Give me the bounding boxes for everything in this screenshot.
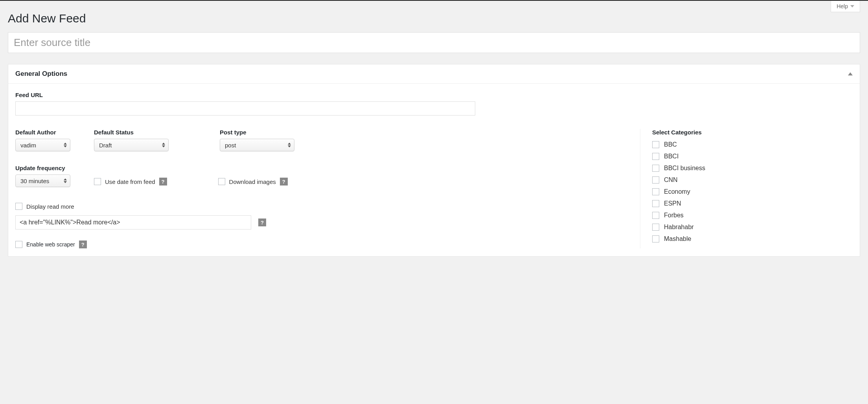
enable-web-scraper-label: Enable web scraper: [26, 241, 75, 248]
category-checkbox[interactable]: [652, 224, 659, 231]
right-column: Select Categories BBC BBCI BBCI busin: [652, 129, 853, 248]
help-label: Help: [837, 3, 848, 9]
enable-web-scraper-wrap: Enable web scraper ?: [15, 241, 632, 248]
category-item: ESPN: [652, 200, 853, 207]
row-frequency: Update frequency 30 minutes Use date fro…: [15, 165, 632, 187]
left-column: Default Author vadim Default Status Draf…: [15, 129, 640, 248]
chevron-down-icon: [850, 5, 854, 7]
default-author-select[interactable]: vadim: [15, 139, 70, 151]
category-checkbox[interactable]: [652, 176, 659, 184]
sort-icon: [64, 178, 67, 183]
category-label: BBCI business: [664, 165, 705, 172]
category-checkbox[interactable]: [652, 141, 659, 148]
feed-url-label: Feed URL: [15, 92, 853, 98]
update-frequency-value: 30 minutes: [20, 178, 49, 184]
panel-header[interactable]: General Options: [8, 64, 860, 84]
category-label: BBC: [664, 141, 677, 148]
post-type-label: Post type: [220, 129, 294, 136]
sort-icon: [64, 143, 67, 147]
update-frequency-field: Update frequency 30 minutes: [15, 165, 70, 187]
post-type-field: Post type post: [220, 129, 294, 151]
use-date-from-feed-checkbox[interactable]: [94, 178, 101, 185]
help-icon[interactable]: ?: [159, 178, 167, 185]
use-date-from-feed-label: Use date from feed: [105, 178, 155, 185]
read-more-template-input[interactable]: [15, 215, 251, 230]
category-checkbox[interactable]: [652, 188, 659, 195]
default-author-label: Default Author: [15, 129, 70, 136]
panel-body: Feed URL Default Author vadim Def: [8, 84, 860, 256]
page-title: Add New Feed: [8, 12, 860, 25]
category-label: ESPN: [664, 200, 681, 207]
help-icon[interactable]: ?: [79, 241, 87, 248]
category-item: BBC: [652, 141, 853, 148]
category-label: Mashable: [664, 235, 691, 242]
category-item: Mashable: [652, 235, 853, 242]
display-read-more-wrap: Display read more: [15, 203, 632, 210]
category-item: Economy: [652, 188, 853, 195]
page-wrap: Help Add New Feed General Options Feed U…: [0, 0, 868, 264]
chevron-up-icon: [848, 72, 853, 75]
default-status-label: Default Status: [94, 129, 169, 136]
sort-icon: [162, 143, 165, 147]
category-item: BBCI business: [652, 165, 853, 172]
columns: Default Author vadim Default Status Draf…: [15, 129, 853, 248]
category-checkbox[interactable]: [652, 200, 659, 207]
post-type-value: post: [225, 142, 236, 149]
use-date-from-feed-wrap: Use date from feed ?: [94, 178, 167, 185]
category-label: BBCI: [664, 153, 679, 160]
download-images-wrap: Download images ?: [218, 178, 288, 185]
readmore-section: Display read more ?: [15, 203, 632, 230]
default-status-value: Draft: [99, 142, 112, 149]
enable-web-scraper-checkbox[interactable]: [15, 241, 22, 248]
category-label: Forbes: [664, 212, 684, 219]
display-read-more-label: Display read more: [26, 203, 74, 210]
category-item: CNN: [652, 176, 853, 184]
category-item: Habrahabr: [652, 224, 853, 231]
row-selects: Default Author vadim Default Status Draf…: [15, 129, 632, 151]
post-type-select[interactable]: post: [220, 139, 294, 151]
category-label: Habrahabr: [664, 224, 694, 231]
default-status-field: Default Status Draft: [94, 129, 169, 151]
source-title-input[interactable]: [8, 32, 860, 53]
categories-list: BBC BBCI BBCI business CNN: [652, 141, 853, 242]
sort-icon: [288, 143, 291, 147]
category-checkbox[interactable]: [652, 212, 659, 219]
feed-url-input[interactable]: [15, 101, 475, 116]
category-checkbox[interactable]: [652, 235, 659, 242]
category-checkbox[interactable]: [652, 165, 659, 172]
panel-title: General Options: [15, 70, 67, 78]
help-tab[interactable]: Help: [831, 1, 860, 12]
category-checkbox[interactable]: [652, 153, 659, 160]
default-author-value: vadim: [20, 142, 36, 149]
download-images-checkbox[interactable]: [218, 178, 225, 185]
help-icon[interactable]: ?: [258, 219, 266, 226]
update-frequency-select[interactable]: 30 minutes: [15, 174, 70, 187]
category-item: Forbes: [652, 212, 853, 219]
default-author-field: Default Author vadim: [15, 129, 70, 151]
update-frequency-label: Update frequency: [15, 165, 70, 171]
default-status-select[interactable]: Draft: [94, 139, 169, 151]
category-item: BBCI: [652, 153, 853, 160]
category-label: Economy: [664, 188, 690, 195]
download-images-label: Download images: [229, 178, 276, 185]
help-icon[interactable]: ?: [280, 178, 288, 185]
general-options-panel: General Options Feed URL Default Author …: [8, 64, 860, 257]
display-read-more-checkbox[interactable]: [15, 203, 22, 210]
categories-header: Select Categories: [652, 129, 853, 136]
readmore-template-row: ?: [15, 215, 632, 230]
category-label: CNN: [664, 176, 678, 184]
